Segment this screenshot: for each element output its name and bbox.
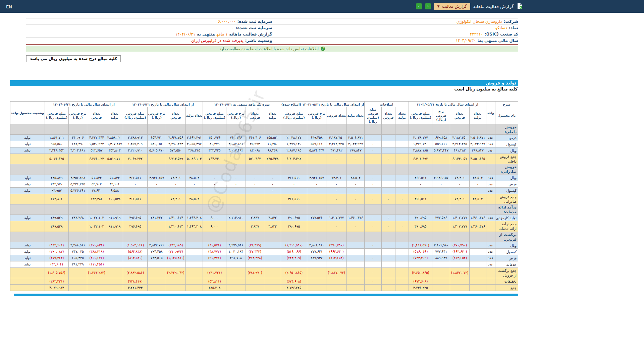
value-cell: ۸۸۹,۹۳۷ — [432, 255, 450, 261]
value-cell — [186, 232, 203, 242]
unit-cell: عدد — [486, 215, 495, 221]
value-cell — [87, 164, 106, 175]
value-cell: ۲,۸۳۷ — [246, 221, 264, 232]
value-cell: ۳۳۳,۷۲۵ — [203, 147, 226, 154]
value-cell — [106, 248, 123, 255]
value-cell: ۰ — [226, 175, 246, 181]
value-cell: ۴۸,۵۰۲ — [347, 175, 365, 181]
value-cell: ۶,۳۰۴,۴۹۲ — [409, 154, 432, 164]
value-cell: ۳,۱۸۷,۳۵۰ — [326, 134, 346, 141]
unit-cell: عدد — [486, 181, 495, 187]
value-cell: ۶۳۹,۴۵۸ — [432, 134, 450, 141]
prev-report-button[interactable]: ‹ — [425, 3, 431, 9]
value-cell — [226, 285, 246, 291]
value-cell: ۴,۹۲۶,۱۵۷ — [432, 175, 450, 181]
value-cell — [364, 164, 381, 175]
report-type-dropdown[interactable]: گزارش فعالیت ▼ — [434, 3, 470, 10]
info-value: ۱۴۰۴/۰۹/۳۰ — [456, 38, 476, 43]
value-cell: ۰ — [226, 181, 246, 187]
value-cell: ۳,۰۸۷,۸۹۱ — [226, 141, 246, 147]
value-cell — [281, 164, 307, 175]
row-label: جمع — [495, 285, 518, 291]
value-cell: (۶۶۳,۶۳۰) — [326, 248, 346, 255]
value-cell: ۳۹۰,۶۹۵ — [409, 215, 432, 221]
value-cell — [347, 278, 365, 285]
value-cell: (۸۱۲,۶۵۲) — [450, 255, 470, 261]
value-cell: ۵۴,۹۰۲ — [87, 181, 106, 187]
value-cell — [148, 278, 166, 285]
value-cell: ۰ — [409, 187, 432, 194]
value-cell: (۹۱,۳۷۱) — [203, 255, 226, 261]
info-row: شرکت:داروسازي سبحان انكولوژي — [272, 18, 519, 25]
value-cell: (۴۸,۷۷۲) — [203, 248, 226, 255]
value-cell: (۱,۸۴۷,۰۷۲) — [326, 267, 346, 278]
value-cell — [326, 261, 346, 267]
column-header: مبلغ فروش (میلیون ریال) — [123, 107, 148, 124]
value-cell: ۰ — [203, 181, 226, 187]
value-cell — [307, 204, 326, 215]
value-cell: (۸۱۲,۶۵۲) — [326, 255, 346, 261]
value-cell — [203, 232, 226, 242]
value-cell: ۴۹۱,۴۸۲ — [326, 147, 346, 154]
value-cell: ۰ — [326, 181, 346, 187]
value-cell: ۲,۰۳۸,۱۷۷ — [281, 134, 307, 141]
amounts-note-box: کلیه مبالغ درج شده به میلیون ریال می باش… — [26, 55, 121, 62]
value-cell — [469, 285, 486, 291]
value-cell — [395, 124, 409, 134]
value-cell: ۰ — [307, 181, 326, 187]
value-cell: ۸۰,۲۷۹ — [203, 141, 226, 147]
value-cell: ۱,۳۷۹,۱۳۰ — [409, 141, 432, 147]
unit-cell — [486, 164, 495, 175]
row-label: جمع فروش داخلی — [495, 154, 518, 164]
value-cell: ۰ — [148, 181, 166, 187]
column-header-description: شرح — [495, 102, 518, 107]
value-cell — [395, 255, 409, 261]
column-header: مبلغ فروش (میلیون ریال) — [281, 107, 307, 124]
value-cell — [326, 124, 346, 134]
section-header-production-sales: تولید و فروش — [10, 80, 518, 86]
value-cell — [226, 154, 246, 164]
value-cell: ۲۷۷,۵۲۶ — [307, 215, 326, 221]
value-cell: ۰ — [203, 175, 226, 181]
value-cell: ۰ — [364, 242, 381, 248]
value-cell — [450, 124, 470, 134]
column-header: نرخ فروش (ریال) — [226, 107, 246, 124]
value-cell: ۳,۶۴۸,۷۵۶ — [166, 134, 185, 141]
value-cell — [450, 278, 470, 285]
value-cell: ۱,۴۵۹,۴۰۹ — [123, 141, 148, 147]
value-cell: ۰ — [395, 154, 409, 164]
value-cell — [381, 124, 395, 134]
value-cell: ۷۷۷,۶۴۱ — [432, 248, 450, 255]
value-cell: (۴۶۱,۶۷۶) — [87, 255, 106, 261]
value-cell: ۲۸۳,۲۶۸ — [69, 215, 87, 221]
column-header: تعداد تولید — [469, 107, 486, 124]
value-cell — [395, 134, 409, 141]
column-header: مبلغ فروش (میلیون ریال) — [203, 107, 226, 124]
value-cell: ۴,۳۰۳,۶۹۱ — [69, 147, 87, 154]
value-cell: ۳,۲۸۸,۵۶۶ — [69, 242, 87, 248]
value-cell — [381, 261, 395, 267]
status-cell: تولید — [10, 187, 45, 194]
value-cell: ۲,۶۶۲,۳۹۱ — [186, 134, 203, 141]
next-report-button[interactable]: › — [416, 3, 422, 9]
value-cell: ۳۹۰,۶۹۵ — [409, 221, 432, 232]
value-cell — [395, 248, 409, 255]
value-cell — [381, 242, 395, 248]
value-cell: ۰ — [123, 181, 148, 187]
value-cell — [432, 261, 450, 267]
column-header-unit: واحد — [486, 102, 495, 124]
value-cell: ۳,۸۵۸,۰۲۰ — [106, 134, 123, 141]
value-cell — [69, 232, 87, 242]
language-toggle[interactable]: EN — [6, 4, 12, 9]
value-cell — [246, 261, 264, 267]
value-cell — [409, 261, 432, 267]
info-label: نماد: — [509, 25, 518, 30]
column-header: تعداد تولید — [106, 107, 123, 124]
row-label: قرص — [495, 255, 518, 261]
value-cell: ۶۲۸,۲۹۰ — [69, 141, 87, 147]
value-cell: ۰ — [432, 181, 450, 187]
value-cell — [381, 175, 395, 181]
info-value: ۶,۰۰۰,۰۰۰ — [218, 19, 236, 24]
value-cell: (۴۳,۶۰۴) — [45, 261, 69, 267]
value-cell: ۰ — [364, 215, 381, 221]
